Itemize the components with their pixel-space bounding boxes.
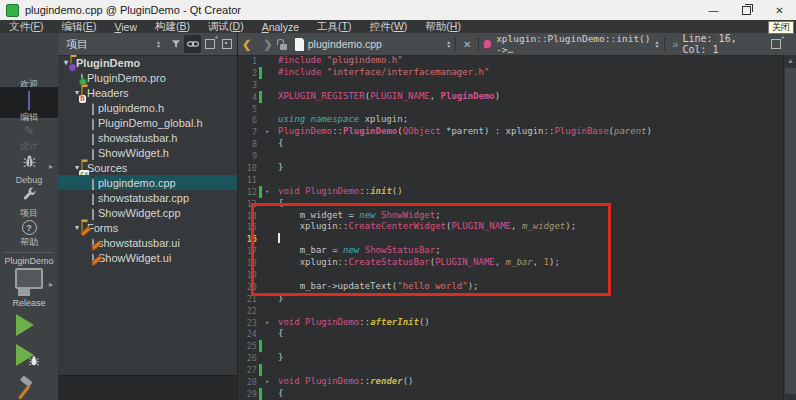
- build-hammer-button[interactable]: [13, 376, 37, 400]
- tree-item-plugindemo-h[interactable]: plugindemo.h: [58, 100, 237, 115]
- toolbar-separator: [664, 37, 665, 51]
- code-line-2[interactable]: 2#include "interface/interfacemanager.h": [238, 67, 784, 79]
- filter-button[interactable]: [167, 35, 184, 53]
- panel-mode-dropdown[interactable]: ▲▼: [150, 35, 167, 53]
- document-dropdown[interactable]: ▲▼: [446, 40, 451, 49]
- menu-item[interactable]: 文件(F): [0, 20, 52, 34]
- vcs-bar-empty: [259, 138, 262, 150]
- tree-item-label: showstatusbar.ui: [98, 237, 180, 249]
- fold-marker-icon[interactable]: ▾: [262, 188, 272, 196]
- open-document-name[interactable]: plugindemo.cpp: [308, 38, 443, 50]
- tree-item-showstatusbar-cpp[interactable]: showstatusbar.cpp: [58, 190, 237, 205]
- code-line-12[interactable]: 12▾void PluginDemo::init(): [238, 186, 784, 198]
- line-number: 10: [238, 163, 259, 173]
- scrollbar-thumb[interactable]: [785, 68, 796, 394]
- code-line-24[interactable]: 24{: [238, 328, 784, 340]
- symbol-dropdown[interactable]: ▲▼: [655, 40, 660, 49]
- tree-item-plugindemo-pro[interactable]: PluginDemo.pro: [58, 70, 237, 85]
- minimize-button[interactable]: —: [697, 0, 730, 20]
- vcs-bar-empty: [259, 305, 262, 317]
- line-number: 5: [238, 104, 259, 114]
- expander-open-icon[interactable]: ▾: [73, 223, 81, 232]
- menu-item[interactable]: 编辑(E): [52, 20, 105, 34]
- fold-marker-icon[interactable]: ▾: [262, 319, 272, 327]
- code-line-27[interactable]: 27: [238, 364, 784, 376]
- tree-item-label: Headers: [87, 87, 129, 99]
- run-button[interactable]: [16, 314, 34, 336]
- code-line-6[interactable]: 6using namespace xplugin;: [238, 114, 784, 126]
- fold-marker-icon[interactable]: ▾: [262, 378, 272, 386]
- close-button[interactable]: ✕: [763, 0, 796, 20]
- code-line-9[interactable]: 9: [238, 150, 784, 162]
- mode-button-edit[interactable]: 编辑: [0, 87, 58, 118]
- project-panel-header: 项目 ▲▼: [58, 33, 237, 56]
- tree-item-sources[interactable]: ▾Sources: [58, 160, 237, 175]
- tree-item-showstatusbar-ui[interactable]: showstatusbar.ui: [58, 235, 237, 250]
- toolbar-separator: [478, 37, 479, 51]
- symbol-method-icon: [483, 39, 492, 49]
- close-panel-button[interactable]: [218, 35, 235, 53]
- tree-item-showwidget-ui[interactable]: ShowWidget.ui: [58, 250, 237, 265]
- menu-item[interactable]: View: [105, 21, 146, 33]
- kit-selector[interactable]: ▸ Release: [0, 268, 58, 308]
- menu-item[interactable]: 调试(D): [199, 20, 253, 34]
- restore-button[interactable]: [730, 0, 763, 20]
- navigate-forward-button[interactable]: ❯: [259, 38, 276, 51]
- line-number: 3: [238, 80, 259, 90]
- code-text: void PluginDemo::init(): [272, 186, 403, 198]
- current-symbol[interactable]: xplugin::PluginDemo::init() ->…: [496, 33, 650, 55]
- code-line-1[interactable]: 1#include "plugindemo.h": [238, 55, 784, 67]
- tree-item-showwidget-cpp[interactable]: ShowWidget.cpp: [58, 205, 237, 220]
- code-text: #include "plugindemo.h": [272, 55, 403, 67]
- code-line-10[interactable]: 10}: [238, 162, 784, 174]
- code-line-29[interactable]: 29{: [238, 388, 784, 400]
- mode-button-welcome[interactable]: 欢迎: [0, 55, 58, 89]
- tree-item-plugindemo[interactable]: ▾PluginDemo: [58, 55, 237, 70]
- file-icon: [92, 132, 94, 144]
- sync-with-editor-button[interactable]: [184, 35, 201, 53]
- code-line-8[interactable]: 8{: [238, 138, 784, 150]
- tree-item-headers[interactable]: ▾Headers: [58, 85, 237, 100]
- code-line-22[interactable]: 22: [238, 305, 784, 317]
- menu-item[interactable]: 工具(T): [308, 20, 360, 34]
- tree-item-label: ShowWidget.ui: [98, 252, 171, 264]
- tree-item-plugindemo-global-h[interactable]: PluginDemo_global.h: [58, 115, 237, 130]
- mode-button-design: ✎设计: [0, 121, 58, 150]
- code-text: {: [272, 138, 283, 150]
- menu-item[interactable]: 构建(B): [146, 20, 199, 34]
- run-debug-button[interactable]: [16, 344, 34, 366]
- scroll-up-icon[interactable]: ▲: [784, 55, 796, 67]
- menu-item[interactable]: 帮助(H): [416, 20, 470, 34]
- split-panel-button[interactable]: [201, 35, 218, 53]
- tree-item-forms[interactable]: ▾Forms: [58, 220, 237, 235]
- code-line-28[interactable]: 28▾void PluginDemo::render(): [238, 376, 784, 388]
- code-line-5[interactable]: 5: [238, 103, 784, 115]
- overflow-chevron[interactable]: »: [672, 38, 678, 50]
- tree-item-showstatusbar-h[interactable]: showstatusbar.h: [58, 130, 237, 145]
- code-line-7[interactable]: 7▾PluginDemo::PluginDemo(QObject *parent…: [238, 126, 784, 138]
- code-line-26[interactable]: 26}: [238, 352, 784, 364]
- tree-item-label: PluginDemo_global.h: [98, 117, 203, 129]
- mode-button-help[interactable]: ?帮助: [0, 220, 58, 249]
- code-line-11[interactable]: 11: [238, 174, 784, 186]
- tree-item-label: PluginDemo: [76, 57, 140, 69]
- code-line-23[interactable]: 23▾void PluginDemo::afterInit(): [238, 317, 784, 329]
- mode-button-debug[interactable]: Debug▸: [0, 154, 58, 183]
- menu-item[interactable]: 控件(W): [360, 20, 416, 34]
- tree-item-plugindemo-cpp[interactable]: plugindemo.cpp: [58, 175, 237, 190]
- file-icon: [92, 177, 94, 189]
- vcs-bar-empty: [259, 55, 262, 67]
- code-line-25[interactable]: 25: [238, 340, 784, 352]
- project-panel: 项目 ▲▼ ▾PluginDemoPluginDemo.pro▾Headersp…: [58, 33, 237, 400]
- code-line-4[interactable]: 4XPLUGIN_REGISTER(PLUGIN_NAME, PluginDem…: [238, 91, 784, 103]
- mode-button-projects[interactable]: 项目: [0, 187, 58, 217]
- menu-item[interactable]: Analyze: [253, 21, 308, 33]
- split-editor-button[interactable]: [769, 35, 783, 53]
- fold-marker-icon[interactable]: ▾: [262, 128, 272, 136]
- code-text: #include "interface/interfacemanager.h": [272, 67, 489, 79]
- navigate-back-button[interactable]: ❮: [238, 38, 255, 51]
- editor-scrollbar[interactable]: ▲: [783, 55, 796, 400]
- tree-item-showwidget-h[interactable]: ShowWidget.h: [58, 145, 237, 160]
- close-document-button[interactable]: ✕: [460, 39, 474, 50]
- code-line-3[interactable]: 3: [238, 79, 784, 91]
